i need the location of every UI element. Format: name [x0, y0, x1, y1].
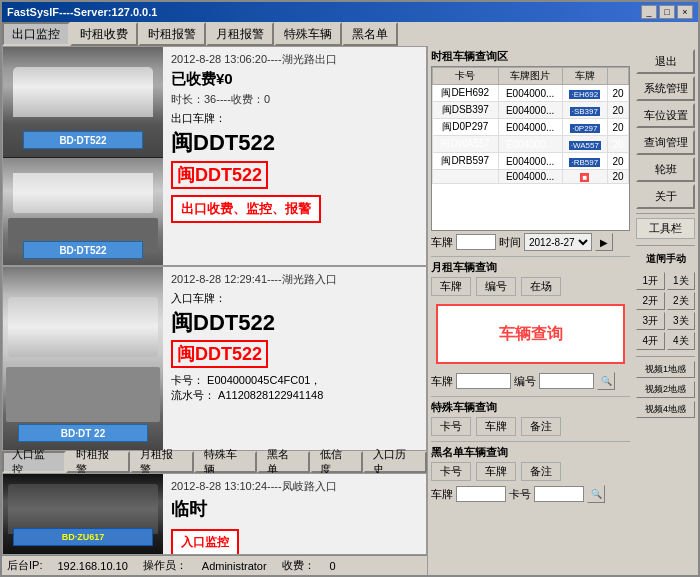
bottom-tab-low-confidence[interactable]: 低信度 — [310, 451, 363, 473]
col-plate-img: 车牌图片 — [498, 68, 562, 85]
blacklist-inputs: 车牌 卡号 🔍 — [431, 485, 630, 503]
bottom-car-img: BD·ZU617 — [3, 474, 163, 554]
left-panel: BD·DT522 BD·DT522 2012-8-28 13:06:20 — [2, 46, 427, 575]
video4-sensor[interactable]: 视频4地感 — [636, 401, 695, 418]
bottom-tab-monthly-alarm[interactable]: 月租报警 — [130, 451, 194, 473]
blacklist-col-card: 卡号 — [431, 462, 471, 481]
bottom-tab-special[interactable]: 特殊车辆 — [194, 451, 258, 473]
time-filter-label: 时间 — [499, 235, 521, 250]
monthly-col-plate: 车牌 — [431, 277, 471, 296]
entry-card-label: 卡号： — [171, 374, 204, 386]
table-row-selected[interactable]: 闽DWA557 E004000... ·WA557 20 — [433, 136, 629, 153]
system-manage-btn[interactable]: 系统管理 — [636, 76, 695, 101]
blacklist-plate-input[interactable] — [456, 486, 506, 502]
blacklist-query-title: 黑名单车辆查询 — [431, 445, 630, 460]
about-btn[interactable]: 关于 — [636, 184, 695, 209]
monthly-headers-row: 车牌 编号 在场 — [431, 277, 630, 296]
bottom-tab-time-alarm[interactable]: 时租报警 — [66, 451, 130, 473]
status-ip-label: 后台IP: — [7, 558, 42, 573]
query-area: 时租车辆查询区 卡号 车牌图片 车牌 — [428, 46, 633, 575]
status-ip: 192.168.10.10 — [57, 560, 127, 572]
entry-card-info: 卡号： E004000045C4FC01， — [171, 373, 418, 388]
blacklist-plate-label: 车牌 — [431, 487, 453, 502]
gate2-open[interactable]: 2开 — [636, 292, 665, 310]
table-row[interactable]: 闽DEH692 E004000... ·EH692 20 — [433, 85, 629, 102]
exit-btn[interactable]: 退出 — [636, 49, 695, 74]
time-filter-select[interactable]: 2012-8-27 — [524, 233, 592, 251]
special-col-plate: 车牌 — [476, 417, 516, 436]
bottom-tabs: 入口监控 时租报警 月租报警 特殊车辆 黑名单 低信度 入口历史 — [2, 451, 427, 473]
gate1-close[interactable]: 1关 — [667, 272, 696, 290]
query-manage-btn[interactable]: 查询管理 — [636, 130, 695, 155]
entry-section: BD·DT 22 2012-8-28 12:29:41----湖光路入口 入口车… — [2, 266, 427, 451]
vehicle-query-box[interactable]: 车辆查询 — [436, 304, 625, 364]
exit-bottom-plate: BD·DT522 — [59, 245, 106, 256]
main-window: FastSysIF----Server:127.0.0.1 _ □ × 出口监控… — [0, 0, 700, 577]
gate3-open[interactable]: 3开 — [636, 312, 665, 330]
query-btn[interactable]: ▶ — [595, 233, 613, 251]
entry-card-no: E004000045C4FC01， — [207, 374, 321, 386]
main-content: BD·DT522 BD·DT522 2012-8-28 13:06:20 — [2, 46, 698, 575]
tab-blacklist[interactable]: 黑名单 — [342, 22, 398, 46]
entry-car-image: BD·DT 22 — [3, 267, 163, 451]
blacklist-col-remark: 备注 — [521, 462, 561, 481]
gate3-close[interactable]: 3关 — [667, 312, 696, 330]
monthly-col-code: 编号 — [476, 277, 516, 296]
gate2-close[interactable]: 2关 — [667, 292, 696, 310]
exit-info: 2012-8-28 13:06:20----湖光路出口 已收费¥0 时长：36-… — [163, 47, 426, 265]
monthly-query-title: 月租车辆查询 — [431, 260, 630, 275]
shift-btn[interactable]: 轮班 — [636, 157, 695, 182]
table-row[interactable]: 闽D0P297 E004000... ·0P297 20 — [433, 119, 629, 136]
maximize-btn[interactable]: □ — [659, 5, 675, 19]
manual-grid: 1开 1关 2开 2关 3开 3关 4开 4关 — [636, 272, 695, 350]
tab-monthly-alarm[interactable]: 月租报警 — [206, 22, 274, 46]
filter-row: 车牌 时间 2012-8-27 ▶ — [431, 233, 630, 251]
exit-section: BD·DT522 BD·DT522 2012-8-28 13:06:20 — [2, 46, 427, 266]
bottom-tab-entry[interactable]: 入口监控 — [2, 451, 66, 473]
divider3 — [431, 441, 630, 442]
status-operator: Administrator — [202, 560, 267, 572]
video2-sensor[interactable]: 视频2地感 — [636, 381, 695, 398]
tab-time-fee[interactable]: 时租收费 — [70, 22, 138, 46]
code-input[interactable] — [539, 373, 594, 389]
tab-special-vehicle[interactable]: 特殊车辆 — [274, 22, 342, 46]
table-row[interactable]: 闽DSB397 E004000... ·SB397 20 — [433, 102, 629, 119]
exit-plate-label: 出口车牌： — [171, 111, 418, 126]
vehicle-query-label: 车辆查询 — [499, 324, 563, 345]
bottom-tab-history[interactable]: 入口历史 — [363, 451, 427, 473]
gate4-open[interactable]: 4开 — [636, 332, 665, 350]
exit-alert-box: 出口收费、监控、报警 — [171, 195, 321, 223]
status-bar: 后台IP: 192.168.10.10 操作员： Administrator 收… — [2, 555, 427, 575]
exit-status: 已收费¥0 — [171, 70, 418, 89]
status-fee-label: 收费： — [282, 558, 315, 573]
exit-top-plate: BD·DT522 — [59, 135, 106, 146]
exit-alert-label: 出口收费、监控、报警 — [181, 201, 311, 216]
exit-duration: 时长：36----收费：0 — [171, 92, 418, 107]
gate4-close[interactable]: 4关 — [667, 332, 696, 350]
blacklist-card-input[interactable] — [534, 486, 584, 502]
blacklist-search-btn[interactable]: 🔍 — [587, 485, 605, 503]
gate1-open[interactable]: 1开 — [636, 272, 665, 290]
bottom-tab-blacklist[interactable]: 黑名单 — [257, 451, 310, 473]
bottom-alert-box: 入口监控 — [171, 529, 239, 554]
plate-filter-input[interactable] — [456, 234, 496, 250]
table-row[interactable]: E004000... ■ 20 — [433, 170, 629, 184]
entry-plate-display: 闽DDT522 — [171, 340, 268, 368]
right-panel: 时租车辆查询区 卡号 车牌图片 车牌 — [427, 46, 698, 575]
entry-image: BD·DT 22 — [3, 267, 163, 451]
close-btn[interactable]: × — [677, 5, 693, 19]
exit-image: BD·DT522 BD·DT522 — [3, 47, 163, 266]
tab-time-alarm[interactable]: 时租报警 — [138, 22, 206, 46]
blacklist-headers-row: 卡号 车牌 备注 — [431, 462, 630, 481]
plate-input-label: 车牌 — [431, 374, 453, 389]
video1-sensor[interactable]: 视频1地感 — [636, 361, 695, 378]
plate-search-btn[interactable]: 🔍 — [597, 372, 615, 390]
minimize-btn[interactable]: _ — [641, 5, 657, 19]
plate-input[interactable] — [456, 373, 511, 389]
entry-flow-no: A1120828122941148 — [218, 389, 323, 401]
col-extra — [608, 68, 629, 85]
tab-exit-monitor[interactable]: 出口监控 — [2, 22, 70, 46]
parking-setup-btn[interactable]: 车位设置 — [636, 103, 695, 128]
manual-title: 道闸手动 — [636, 252, 695, 266]
table-row[interactable]: 闽DRB597 E004000... ·RB597 20 — [433, 153, 629, 170]
